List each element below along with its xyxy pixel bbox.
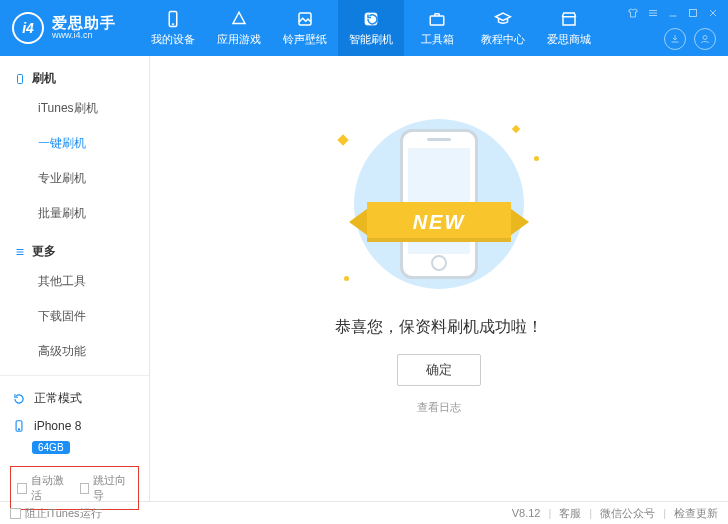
svg-point-6	[703, 36, 707, 40]
checkbox-label: 跳过向导	[93, 473, 132, 503]
main-area: NEW 恭喜您，保资料刷机成功啦！ 确定 查看日志	[150, 56, 728, 501]
phone-icon	[164, 10, 182, 28]
checkbox-label: 阻止iTunes运行	[25, 506, 102, 521]
sidebar-bottom: 正常模式 iPhone 8 64GB 自动激活 跳过向导	[0, 375, 149, 520]
svg-rect-7	[18, 74, 23, 83]
refresh-icon	[12, 392, 26, 406]
toolbox-icon	[428, 10, 446, 28]
section-title: 更多	[32, 243, 56, 260]
header-actions	[664, 28, 716, 50]
logo-subtitle: www.i4.cn	[52, 31, 116, 40]
nav-label: 我的设备	[151, 32, 195, 47]
sidebar-item-other-tools[interactable]: 其他工具	[0, 264, 149, 299]
wallpaper-icon	[296, 10, 314, 28]
check-update-link[interactable]: 检查更新	[674, 506, 718, 521]
sidebar-item-pro-flash[interactable]: 专业刷机	[0, 161, 149, 196]
new-ribbon-icon: NEW	[349, 194, 529, 250]
checkbox-icon	[17, 483, 27, 494]
apps-icon	[230, 10, 248, 28]
sidebar-item-advanced[interactable]: 高级功能	[0, 334, 149, 369]
download-icon[interactable]	[664, 28, 686, 50]
auto-activate-checkbox[interactable]: 自动激活	[17, 473, 70, 503]
checkbox-icon	[80, 483, 90, 494]
section-title: 刷机	[32, 70, 56, 87]
user-icon[interactable]	[694, 28, 716, 50]
list-icon	[14, 246, 26, 258]
sidebar-item-download-firmware[interactable]: 下载固件	[0, 299, 149, 334]
view-log-link[interactable]: 查看日志	[417, 400, 461, 415]
skin-icon[interactable]	[626, 6, 640, 20]
sidebar-item-itunes-flash[interactable]: iTunes刷机	[0, 91, 149, 126]
device-row[interactable]: iPhone 8 64GB	[10, 413, 139, 460]
svg-point-9	[18, 429, 19, 430]
storage-badge: 64GB	[32, 441, 70, 454]
nav-label: 智能刷机	[349, 32, 393, 47]
logo-area: i4 爱思助手 www.i4.cn	[0, 12, 140, 44]
window-controls	[626, 6, 720, 20]
nav-my-device[interactable]: 我的设备	[140, 0, 206, 56]
ribbon-text: NEW	[367, 202, 511, 242]
block-itunes-checkbox[interactable]: 阻止iTunes运行	[10, 506, 102, 521]
success-illustration: NEW	[319, 116, 559, 291]
sidebar-section-flash: 刷机	[0, 64, 149, 89]
logo-title: 爱思助手	[52, 15, 116, 31]
nav-label: 铃声壁纸	[283, 32, 327, 47]
options-highlight-box: 自动激活 跳过向导	[10, 466, 139, 510]
svg-rect-5	[690, 10, 697, 17]
success-message: 恭喜您，保资料刷机成功啦！	[335, 317, 543, 338]
skip-guide-checkbox[interactable]: 跳过向导	[80, 473, 133, 503]
maximize-icon[interactable]	[686, 6, 700, 20]
graduation-icon	[494, 10, 512, 28]
nav-ringtones[interactable]: 铃声壁纸	[272, 0, 338, 56]
version-label: V8.12	[512, 507, 541, 519]
service-link[interactable]: 客服	[559, 506, 581, 521]
device-mode-row[interactable]: 正常模式	[10, 384, 139, 413]
svg-point-1	[172, 23, 174, 25]
svg-rect-4	[430, 16, 444, 25]
nav-flash[interactable]: 智能刷机	[338, 0, 404, 56]
svg-rect-2	[299, 13, 311, 25]
phone-outline-icon	[14, 73, 26, 85]
nav-label: 爱思商城	[547, 32, 591, 47]
separator: |	[548, 507, 551, 519]
nav-store[interactable]: 爱思商城	[536, 0, 602, 56]
wechat-link[interactable]: 微信公众号	[600, 506, 655, 521]
checkbox-label: 自动激活	[31, 473, 70, 503]
menu-icon[interactable]	[646, 6, 660, 20]
device-phone-icon	[12, 419, 26, 433]
ok-button[interactable]: 确定	[397, 354, 481, 386]
nav-toolbox[interactable]: 工具箱	[404, 0, 470, 56]
logo-icon: i4	[12, 12, 44, 44]
separator: |	[663, 507, 666, 519]
flash-icon	[362, 10, 380, 28]
app-header: i4 爱思助手 www.i4.cn 我的设备 应用游戏 铃声壁纸 智能刷机 工具…	[0, 0, 728, 56]
nav-label: 教程中心	[481, 32, 525, 47]
nav-label: 应用游戏	[217, 32, 261, 47]
app-body: 刷机 iTunes刷机 一键刷机 专业刷机 批量刷机 更多 其他工具 下载固件 …	[0, 56, 728, 501]
minimize-icon[interactable]	[666, 6, 680, 20]
separator: |	[589, 507, 592, 519]
top-nav: 我的设备 应用游戏 铃声壁纸 智能刷机 工具箱 教程中心 爱思商城	[140, 0, 602, 56]
nav-apps[interactable]: 应用游戏	[206, 0, 272, 56]
sidebar-item-batch-flash[interactable]: 批量刷机	[0, 196, 149, 231]
nav-label: 工具箱	[421, 32, 454, 47]
device-name: iPhone 8	[34, 419, 81, 433]
sidebar-section-more: 更多	[0, 237, 149, 262]
store-icon	[560, 10, 578, 28]
device-mode-label: 正常模式	[34, 390, 82, 407]
checkbox-icon	[10, 508, 21, 519]
sidebar-item-oneclick-flash[interactable]: 一键刷机	[0, 126, 149, 161]
nav-tutorials[interactable]: 教程中心	[470, 0, 536, 56]
close-icon[interactable]	[706, 6, 720, 20]
sidebar: 刷机 iTunes刷机 一键刷机 专业刷机 批量刷机 更多 其他工具 下载固件 …	[0, 56, 150, 501]
